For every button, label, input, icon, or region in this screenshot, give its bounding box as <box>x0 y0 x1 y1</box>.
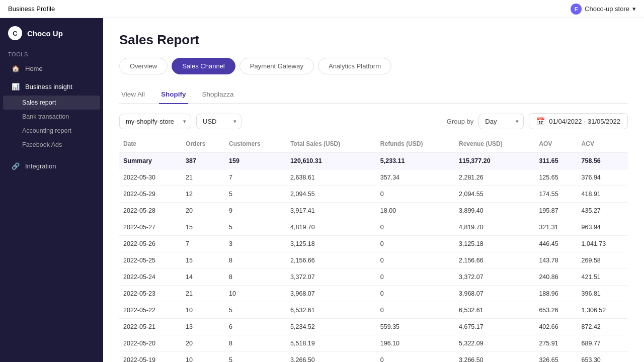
row-total-sales: 5,518.19 <box>286 335 376 352</box>
row-orders: 14 <box>182 269 225 286</box>
store-selector[interactable]: F Choco-up store ▾ <box>571 4 636 15</box>
sidebar-sub-accounting-report[interactable]: Accounting report <box>0 124 103 138</box>
row-customers: 6 <box>225 319 286 335</box>
row-date: 2022-05-25 <box>119 252 182 269</box>
row-customers: 8 <box>225 269 286 286</box>
row-acv: 396.81 <box>578 286 628 302</box>
row-customers: 9 <box>225 203 286 219</box>
row-customers: 7 <box>225 169 286 186</box>
sidebar-sub-sales-report[interactable]: Sales report <box>3 96 100 110</box>
col-acv: ACV <box>578 135 628 153</box>
row-total-sales: 2,156.66 <box>286 252 376 269</box>
sidebar-integration-label: Integration <box>25 162 56 170</box>
sidebar-item-home[interactable]: 🏠 Home <box>3 59 100 77</box>
row-customers: 8 <box>225 335 286 352</box>
row-revenue: 3,968.07 <box>455 286 535 302</box>
summary-refunds: 5,233.11 <box>376 153 455 169</box>
row-acv: 689.77 <box>578 335 628 352</box>
sub-tab-shopify[interactable]: Shopify <box>159 86 188 104</box>
row-aov: 125.65 <box>535 169 577 186</box>
row-refunds: 0 <box>376 352 455 363</box>
row-acv: 421.51 <box>578 269 628 286</box>
store-select-wrapper[interactable]: my-shopify-store <box>119 114 191 129</box>
tab-overview[interactable]: Overview <box>119 58 168 74</box>
row-acv: 376.94 <box>578 169 628 186</box>
sidebar-home-label: Home <box>25 65 43 72</box>
row-aov: 195.87 <box>535 203 577 219</box>
table-row: 2022-05-26 7 3 3,125.18 0 3,125.18 446.4… <box>119 236 628 252</box>
row-date: 2022-05-22 <box>119 302 182 319</box>
table-row: 2022-05-23 21 10 3,968.07 0 3,968.07 188… <box>119 286 628 302</box>
row-date: 2022-05-23 <box>119 286 182 302</box>
summary-acv: 758.56 <box>578 153 628 169</box>
row-acv: 269.58 <box>578 252 628 269</box>
row-date: 2022-05-30 <box>119 169 182 186</box>
row-refunds: 357.34 <box>376 169 455 186</box>
row-orders: 10 <box>182 302 225 319</box>
row-total-sales: 4,819.70 <box>286 219 376 236</box>
row-orders: 15 <box>182 219 225 236</box>
sidebar-sub-bank-transaction[interactable]: Bank transaction <box>0 110 103 124</box>
main-content: Sales Report Overview Sales Channel Paym… <box>103 18 644 362</box>
currency-select-wrapper[interactable]: USD <box>196 114 242 129</box>
row-customers: 5 <box>225 302 286 319</box>
sub-tabs: View All Shopify Shoplazza <box>119 86 628 104</box>
currency-select[interactable]: USD <box>196 114 242 129</box>
calendar-icon: 📅 <box>536 117 545 125</box>
group-by-select[interactable]: Day <box>478 114 524 129</box>
filters-right: Group by Day 📅 01/04/2022 - 31/05/2022 <box>447 113 628 129</box>
topbar: Business Profile F Choco-up store ▾ <box>0 0 644 18</box>
col-aov: AOV <box>535 135 577 153</box>
sidebar-item-integration[interactable]: 🔗 Integration <box>3 157 100 175</box>
row-orders: 21 <box>182 286 225 302</box>
row-date: 2022-05-19 <box>119 352 182 363</box>
row-customers: 5 <box>225 186 286 203</box>
sidebar-sub-facebook-ads[interactable]: Facebook Ads <box>0 138 103 152</box>
row-total-sales: 3,125.18 <box>286 236 376 252</box>
sub-tab-view-all[interactable]: View All <box>119 86 147 104</box>
row-orders: 20 <box>182 203 225 219</box>
row-orders: 21 <box>182 169 225 186</box>
sub-tab-shoplazza[interactable]: Shoplazza <box>200 86 236 104</box>
row-refunds: 0 <box>376 286 455 302</box>
tab-sales-channel[interactable]: Sales Channel <box>172 58 235 74</box>
date-range-button[interactable]: 📅 01/04/2022 - 31/05/2022 <box>529 113 628 129</box>
table-row: 2022-05-28 20 9 3,917.41 18.00 3,899.40 … <box>119 203 628 219</box>
row-acv: 872.42 <box>578 319 628 335</box>
store-select[interactable]: my-shopify-store <box>119 114 191 129</box>
row-acv: 653.30 <box>578 352 628 363</box>
row-revenue: 3,125.18 <box>455 236 535 252</box>
tab-analytics-platform[interactable]: Analytics Platform <box>318 58 391 74</box>
row-refunds: 18.00 <box>376 203 455 219</box>
col-total-sales: Total Sales (USD) <box>286 135 376 153</box>
table-row: 2022-05-24 14 8 3,372.07 0 3,372.07 240.… <box>119 269 628 286</box>
row-orders: 13 <box>182 319 225 335</box>
row-customers: 3 <box>225 236 286 252</box>
sidebar: C Choco Up Tools 🏠 Home 📊 Business insig… <box>0 18 103 362</box>
integration-icon: 🔗 <box>11 161 20 170</box>
row-aov: 321.31 <box>535 219 577 236</box>
sidebar-item-business-insight[interactable]: 📊 Business insight <box>3 77 100 96</box>
row-revenue: 3,899.40 <box>455 203 535 219</box>
row-refunds: 0 <box>376 302 455 319</box>
tab-payment-gateway[interactable]: Payment Gateway <box>239 58 314 74</box>
row-aov: 188.96 <box>535 286 577 302</box>
row-total-sales: 3,968.07 <box>286 286 376 302</box>
store-avatar: F <box>571 4 582 15</box>
row-aov: 240.86 <box>535 269 577 286</box>
group-by-select-wrapper[interactable]: Day <box>478 114 524 129</box>
group-by-label: Group by <box>447 118 473 125</box>
chevron-down-icon: ▾ <box>632 5 636 13</box>
row-date: 2022-05-20 <box>119 335 182 352</box>
row-total-sales: 2,638.61 <box>286 169 376 186</box>
row-orders: 10 <box>182 352 225 363</box>
summary-total-sales: 120,610.31 <box>286 153 376 169</box>
row-refunds: 0 <box>376 269 455 286</box>
summary-revenue: 115,377.20 <box>455 153 535 169</box>
row-aov: 275.91 <box>535 335 577 352</box>
row-date: 2022-05-24 <box>119 269 182 286</box>
row-total-sales: 6,532.61 <box>286 302 376 319</box>
filters-left: my-shopify-store USD <box>119 114 242 129</box>
row-aov: 653.26 <box>535 302 577 319</box>
row-customers: 8 <box>225 252 286 269</box>
